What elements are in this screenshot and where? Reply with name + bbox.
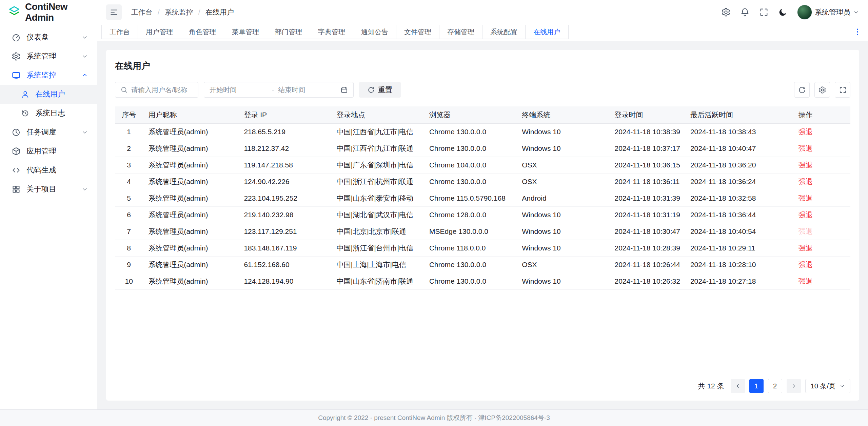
refresh-table-button[interactable] [794,82,810,98]
cell-index: 2 [115,140,143,157]
user-menu[interactable]: 系统管理员 [797,5,859,20]
cell-login-time: 2024-11-18 10:28:39 [609,240,685,256]
cell-last-active: 2024-11-18 10:40:54 [685,223,793,240]
cell-ip: 124.90.42.226 [238,173,331,190]
table-row: 9 系统管理员(admin) 61.152.168.60 中国|上海|上海市|电… [115,256,850,273]
sidebar-item-dashboard[interactable]: 仪表盘 [0,28,97,47]
sidebar-item-system-monitor[interactable]: 系统监控 [0,66,97,85]
app-logo[interactable]: ContiNew Admin [0,0,97,24]
cell-location: 中国|江西省|九江市|联通 [331,140,424,157]
cell-last-active: 2024-11-18 10:40:47 [685,140,793,157]
table-row: 6 系统管理员(admin) 219.140.232.98 中国|湖北省|武汉市… [115,206,850,223]
tab-file-management[interactable]: 文件管理 [396,25,439,39]
cell-nickname: 系统管理员(admin) [143,256,238,273]
cell-ip: 219.140.232.98 [238,206,331,223]
tab-system-config[interactable]: 系统配置 [482,25,526,39]
top-header: 工作台 / 系统监控 / 在线用户 系统管理员 [97,0,868,24]
cell-last-active: 2024-11-18 10:36:20 [685,157,793,173]
tab-dept-management[interactable]: 部门管理 [267,25,310,39]
pagination-next-button[interactable] [787,379,801,393]
dark-mode-moon-icon[interactable] [778,7,788,17]
breadcrumb-item[interactable]: 工作台 [131,7,153,17]
cell-os: Windows 10 [516,240,609,256]
sidebar-item-about-project[interactable]: 关于项目 [0,180,97,199]
content-area: 在线用户 开始时间 - 结束时间 重置 [97,41,868,409]
table-toolbar-actions [794,82,850,98]
breadcrumb-item-current: 在线用户 [205,7,234,17]
cell-index: 8 [115,240,143,256]
cell-last-active: 2024-11-18 10:38:43 [685,123,793,140]
cell-index: 10 [115,273,143,289]
cell-nickname: 系统管理员(admin) [143,140,238,157]
sidebar-item-code-generation[interactable]: 代码生成 [0,161,97,180]
tab-dict-management[interactable]: 字典管理 [310,25,353,39]
cell-ip: 218.65.5.219 [238,123,331,140]
sidebar-item-task-schedule[interactable]: 任务调度 [0,123,97,142]
column-header-location: 登录地点 [331,106,424,123]
column-header-login-time: 登录时间 [609,106,685,123]
table-fullscreen-button[interactable] [835,82,850,98]
cell-os: Android [516,190,609,206]
fullscreen-icon[interactable] [759,7,769,17]
column-settings-button[interactable] [814,82,830,98]
tab-notice[interactable]: 通知公告 [353,25,396,39]
page-size-select[interactable]: 10 条/页 [805,379,850,393]
notification-bell-icon[interactable] [740,7,750,17]
cell-login-time: 2024-11-18 10:36:11 [609,173,685,190]
monitor-icon [12,71,21,80]
date-range-picker[interactable]: 开始时间 - 结束时间 [204,82,354,98]
app-root: ContiNew Admin 仪表盘 系统管理 系统监控 在线用户 [0,0,868,426]
sidebar-collapse-button[interactable] [106,4,122,20]
pagination: 共 12 条 1 2 10 条/页 [115,371,850,393]
force-logout-link[interactable]: 强退 [798,194,813,202]
pagination-prev-button[interactable] [731,379,745,393]
cell-nickname: 系统管理员(admin) [143,240,238,256]
sidebar-item-app-management[interactable]: 应用管理 [0,142,97,161]
sidebar: ContiNew Admin 仪表盘 系统管理 系统监控 在线用户 [0,0,97,409]
pagination-page-1[interactable]: 1 [749,379,764,393]
sidebar-item-label: 仪表盘 [26,32,49,42]
cell-index: 7 [115,223,143,240]
cell-os: Windows 10 [516,273,609,289]
table-row: 8 系统管理员(admin) 183.148.167.119 中国|浙江省|台州… [115,240,850,256]
tab-workbench[interactable]: 工作台 [101,25,138,39]
sidebar-item-online-users[interactable]: 在线用户 [0,85,97,104]
force-logout-link[interactable]: 强退 [798,227,813,235]
cell-login-time: 2024-11-18 10:36:15 [609,157,685,173]
grid-icon [12,185,21,194]
search-input[interactable] [131,86,193,94]
settings-icon[interactable] [721,7,731,17]
cell-location: 中国|江西省|九江市|电信 [331,123,424,140]
force-logout-link[interactable]: 强退 [798,178,813,185]
force-logout-link[interactable]: 强退 [798,277,813,285]
force-logout-link[interactable]: 强退 [798,244,813,252]
cell-browser: Chrome 118.0.0.0 [424,240,516,256]
tab-online-users[interactable]: 在线用户 [525,25,569,39]
reset-button[interactable]: 重置 [359,82,401,98]
pagination-page-2[interactable]: 2 [768,379,782,393]
tab-bar: 工作台 用户管理 角色管理 菜单管理 部门管理 字典管理 通知公告 文件管理 存… [97,24,868,41]
cell-ip: 61.152.168.60 [238,256,331,273]
app-title: ContiNew Admin [25,1,97,23]
force-logout-link[interactable]: 强退 [798,144,813,152]
cell-os: OSX [516,256,609,273]
cell-browser: Chrome 128.0.0.0 [424,206,516,223]
cell-nickname: 系统管理员(admin) [143,206,238,223]
force-logout-link[interactable]: 强退 [798,161,813,169]
tab-storage-management[interactable]: 存储管理 [439,25,482,39]
tab-role-management[interactable]: 角色管理 [181,25,224,39]
sidebar-item-system-log[interactable]: 系统日志 [0,104,97,123]
cell-last-active: 2024-11-18 10:32:58 [685,190,793,206]
force-logout-link[interactable]: 强退 [798,211,813,219]
force-logout-link[interactable]: 强退 [798,128,813,136]
cell-index: 3 [115,157,143,173]
cell-login-time: 2024-11-18 10:37:17 [609,140,685,157]
sidebar-item-label: 关于项目 [26,184,56,194]
cell-index: 9 [115,256,143,273]
tab-user-management[interactable]: 用户管理 [138,25,181,39]
tab-more-icon[interactable] [851,27,864,36]
breadcrumb-item[interactable]: 系统监控 [165,7,193,17]
force-logout-link[interactable]: 强退 [798,261,813,268]
tab-menu-management[interactable]: 菜单管理 [224,25,267,39]
sidebar-item-system-management[interactable]: 系统管理 [0,47,97,66]
